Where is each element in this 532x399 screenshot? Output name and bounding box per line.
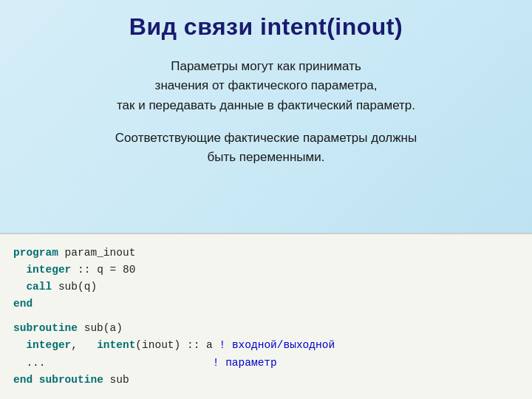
desc-line3: так и передавать данные в фактический па… xyxy=(117,98,415,112)
code-line-4: end xyxy=(13,296,519,313)
slide: Вид связи intent(inout) Параметры могут … xyxy=(0,0,532,399)
slide-title: Вид связи intent(inout) xyxy=(129,13,403,41)
description-text: Параметры могут как принимать значения о… xyxy=(117,57,415,115)
code-line-6: integer, intent(inout) :: a ! входной/вы… xyxy=(13,337,519,354)
note-line2: быть переменными. xyxy=(208,150,325,164)
desc-line2: значения от фактического параметра, xyxy=(155,78,378,92)
code-block: program param_inout integer :: q = 80 ca… xyxy=(0,233,532,400)
code-line-7: ... ! параметр xyxy=(13,355,519,372)
code-line-2: integer :: q = 80 xyxy=(13,262,519,279)
code-line-8: end subroutine sub xyxy=(13,372,519,389)
code-blank-1 xyxy=(13,313,519,320)
code-line-5: subroutine sub(a) xyxy=(13,320,519,337)
note-text: Соответствующие фактические параметры до… xyxy=(115,129,417,168)
note-line1: Соответствующие фактические параметры до… xyxy=(115,131,417,145)
top-section: Вид связи intent(inout) Параметры могут … xyxy=(0,0,532,233)
code-line-3: call sub(q) xyxy=(13,279,519,296)
code-line-1: program param_inout xyxy=(13,245,519,262)
desc-line1: Параметры могут как принимать xyxy=(171,59,361,73)
